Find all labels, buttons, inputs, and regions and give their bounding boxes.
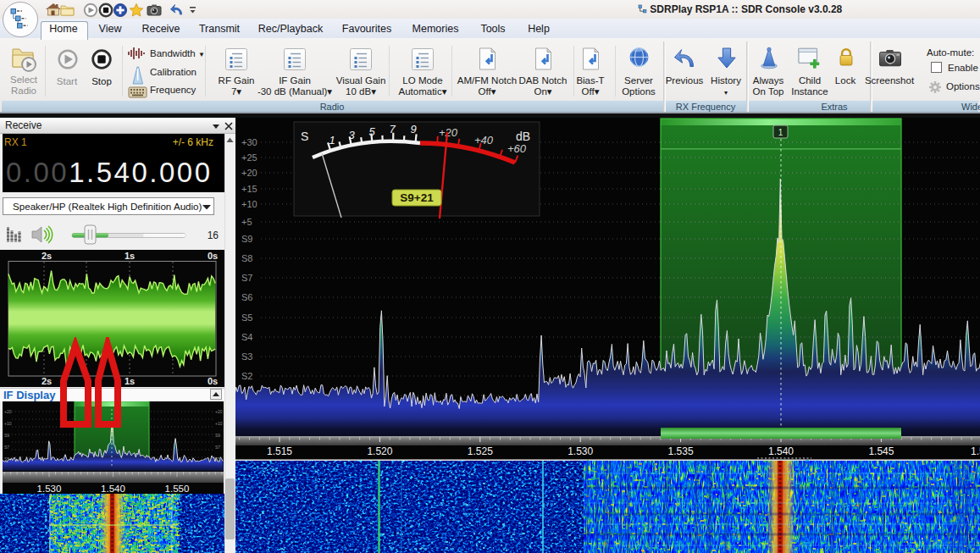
svg-text:+20: +20	[215, 409, 223, 414]
svg-text:0s: 0s	[208, 251, 218, 261]
svg-text:1.5: 1.5	[971, 445, 980, 457]
svg-text:S7: S7	[215, 445, 220, 450]
svg-text:1: 1	[778, 128, 783, 137]
svg-text:S: S	[301, 130, 308, 143]
svg-text:S6: S6	[241, 292, 252, 302]
svg-text:1.520: 1.520	[367, 445, 392, 457]
svg-text:+10: +10	[4, 421, 12, 426]
svg-text:S5: S5	[241, 312, 252, 323]
svg-text:S5: S5	[215, 456, 220, 462]
svg-text:S3: S3	[241, 351, 252, 362]
svg-text:S9: S9	[241, 234, 252, 244]
svg-text:S5: S5	[4, 456, 9, 462]
svg-text:+10: +10	[241, 199, 257, 209]
svg-text:S4: S4	[241, 332, 252, 342]
svg-text:+60: +60	[507, 142, 527, 155]
svg-text:+30: +30	[241, 137, 257, 147]
svg-text:7: 7	[389, 123, 396, 135]
svg-text:+25: +25	[241, 152, 257, 163]
svg-text:+5: +5	[241, 217, 252, 227]
svg-text:1.515: 1.515	[267, 445, 292, 457]
svg-text:+20: +20	[4, 409, 12, 414]
svg-text:9: 9	[410, 123, 416, 135]
svg-text:1s: 1s	[125, 251, 135, 261]
svg-text:S8: S8	[241, 253, 252, 263]
svg-text:1.530: 1.530	[37, 484, 62, 494]
svg-text:0s: 0s	[208, 376, 218, 386]
svg-text:1.530: 1.530	[568, 445, 593, 457]
svg-text:1.550: 1.550	[165, 484, 190, 494]
svg-text:+15: +15	[241, 184, 257, 194]
svg-text:1.535: 1.535	[668, 445, 694, 457]
svg-text:S7: S7	[241, 273, 252, 283]
svg-text:S2: S2	[241, 371, 252, 381]
svg-text:5: 5	[368, 125, 375, 138]
svg-text:+40: +40	[474, 134, 494, 147]
svg-text:1.545: 1.545	[868, 445, 894, 457]
svg-text:S7: S7	[4, 445, 9, 450]
svg-text:1.525: 1.525	[468, 445, 493, 457]
svg-text:dB: dB	[516, 130, 530, 143]
svg-text:+20: +20	[439, 126, 458, 139]
svg-text:1.540: 1.540	[768, 445, 794, 457]
svg-text:2s: 2s	[42, 251, 52, 261]
svg-text:+20: +20	[241, 168, 257, 178]
svg-text:+10: +10	[215, 421, 223, 426]
svg-text:S9: S9	[4, 433, 9, 438]
svg-text:S9+21: S9+21	[400, 191, 434, 204]
svg-text:3: 3	[348, 129, 355, 141]
svg-text:1.540: 1.540	[101, 484, 125, 494]
svg-text:1: 1	[329, 134, 335, 147]
svg-text:S9: S9	[215, 433, 220, 438]
